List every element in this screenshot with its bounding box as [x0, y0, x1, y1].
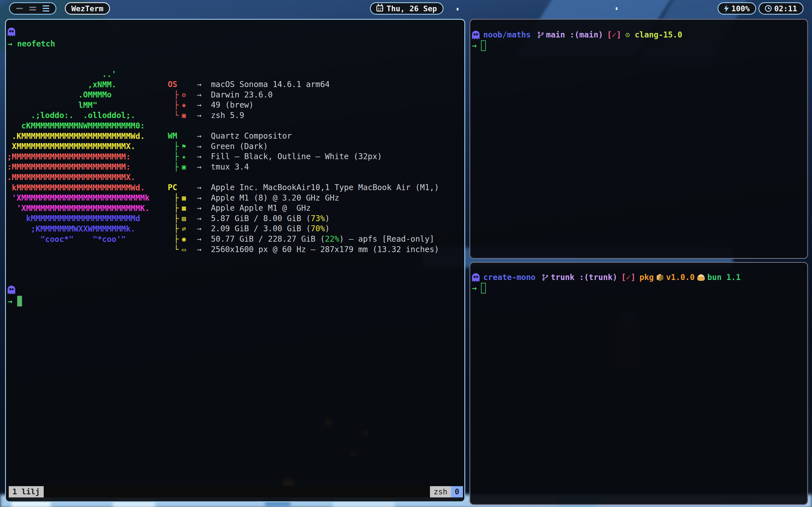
- package-version-label: v1.0.0: [666, 272, 695, 283]
- git-status-check: ✓: [626, 272, 631, 283]
- compiler-version-label: clang-15.0: [630, 30, 682, 40]
- info-value: Darwin 23.6.0: [211, 90, 273, 100]
- window-controls-pill[interactable]: [9, 2, 56, 15]
- git-status-check: ✓: [612, 30, 617, 40]
- terminal-window-left[interactable]: → neofetch ..' ,xNMM. .OMMMMo lMM" .;lod…: [5, 19, 465, 502]
- info-row: └▭→2560x1600 px @ 60 Hz – 287x179 mm (13…: [168, 244, 461, 255]
- logo-line: 'XMMMMMMMMMMMMMMMMMMMMMMMMK.: [7, 203, 150, 214]
- package-icon: [657, 274, 663, 281]
- tree-branch-glyph: ├: [174, 90, 179, 100]
- tree-branch-glyph: ├: [174, 162, 179, 172]
- separator-arrow-icon: →: [197, 100, 202, 110]
- battery-pill[interactable]: 100%: [718, 2, 756, 15]
- logo-line: .OMMMMo: [7, 90, 150, 100]
- logo-line: .KMMMMMMMMMMMMMMMMMMMMMMMWd.: [7, 131, 150, 142]
- info-row: └▣→zsh 5.9: [168, 110, 461, 121]
- app-badge[interactable]: WezTerm: [65, 2, 110, 15]
- git-status-bracket: [: [621, 272, 626, 283]
- starship-prompt-line: create-mono trunk :(trunk) [ ✓ ] pkg v1.…: [472, 272, 741, 283]
- info-row: ├◈→49 (brew): [168, 100, 461, 110]
- tree-branch-glyph: ├: [174, 234, 179, 244]
- info-value: Apple M1 (8) @ 3.20 GHz GHz: [211, 193, 339, 203]
- git-branch-icon: [542, 274, 549, 281]
- shell-prompt-line: →: [472, 283, 477, 293]
- prompt-arrow: →: [8, 39, 12, 48]
- git-branch-icon: [537, 31, 545, 39]
- logo-line: "cooc*" "*coo'": [7, 234, 150, 245]
- tree-branch-glyph: ├: [174, 152, 179, 162]
- info-value: 49 (brew): [211, 100, 254, 110]
- info-section-label: WM: [168, 131, 177, 142]
- info-value: 50.77 GiB / 228.27 GiB (22%) – apfs [Rea…: [211, 234, 434, 244]
- directory-label: noob/maths: [483, 30, 531, 40]
- info-section-label: OS: [168, 79, 177, 90]
- ghost-prompt-icon: [8, 27, 15, 36]
- logo-line: :MMMMMMMMMMMMMMMMMMMMMMMM:: [7, 162, 150, 172]
- terminal-icon: ▣: [182, 110, 186, 121]
- git-status-bracket: ]: [617, 30, 621, 40]
- info-value: Quartz Compositor: [211, 131, 292, 142]
- neofetch-apple-logo: ..' ,xNMM. .OMMMMo lMM" .;loddo:. .ollod…: [7, 69, 150, 244]
- logo-line: kMMMMMMMMMMMMMMMMMMMMMMd: [7, 214, 150, 224]
- logo-line: ;MMMMMMMMMMMMMMMMMMMMMMMM:: [7, 152, 150, 162]
- separator-arrow-icon: →: [197, 79, 202, 90]
- separator-arrow-icon: →: [197, 182, 202, 193]
- terminal-icon: ▣: [182, 162, 186, 172]
- battery-label: 100%: [731, 4, 750, 13]
- date-pill[interactable]: Thu, 26 Sep: [370, 2, 444, 15]
- separator-arrow-icon: →: [197, 110, 202, 121]
- ghost-prompt-icon: [472, 273, 479, 282]
- info-value: Apple Inc. MacBookAir10,1 Type MacBook A…: [211, 182, 439, 193]
- workspace-three-icon[interactable]: [43, 5, 49, 11]
- separator-arrow-icon: →: [197, 244, 202, 255]
- logo-line: XMMMMMMMMMMMMMMMMMMMMMMMX.: [7, 142, 150, 152]
- app-badge-label: WezTerm: [71, 4, 103, 13]
- terminal-cursor: [481, 283, 486, 293]
- workspace-two-icon[interactable]: [29, 7, 36, 10]
- tree-branch-glyph: └: [174, 244, 179, 255]
- wallpaper-spark: [616, 7, 617, 10]
- info-value: Fill – Black, Outline – White (32px): [211, 152, 382, 162]
- clock-pill[interactable]: 02:11: [758, 2, 804, 15]
- info-row: ├★→Fill – Black, Outline – White (32px): [168, 152, 461, 162]
- logo-line: .MMMMMMMMMMMMMMMMMMMMMMMMX.: [7, 172, 150, 183]
- tmux-window-tab[interactable]: 1 lilj: [9, 486, 44, 498]
- battery-bolt-icon: [724, 5, 729, 12]
- info-row: ├▩→Apple Apple M1 @ GHz: [168, 203, 461, 214]
- info-row: ├⚙→Darwin 23.6.0: [168, 90, 461, 100]
- info-section-label: PC: [168, 182, 177, 193]
- info-row: ├⚑→Green (Dark): [168, 142, 461, 152]
- logo-line: ;KMMMMMMMWXXWMMMMMMMk.: [7, 224, 150, 234]
- tmux-status-bar: 1 lilj zsh 0: [6, 486, 464, 497]
- workspace-one-icon[interactable]: [16, 8, 23, 9]
- git-status-bracket: ]: [631, 272, 636, 283]
- git-status-bracket: [: [607, 30, 612, 40]
- terminal-window-bottom-right[interactable]: create-mono trunk :(trunk) [ ✓ ] pkg v1.…: [469, 262, 808, 505]
- logo-line: kMMMMMMMMMMMMMMMMMMMMMMMMWd.: [7, 183, 150, 193]
- info-value: 2.09 GiB / 3.00 GiB (70%): [211, 224, 329, 234]
- shell-prompt-line: →: [8, 296, 12, 307]
- info-value: 5.87 GiB / 8.00 GiB (73%): [211, 214, 329, 224]
- shell-prompt-line: →: [472, 41, 477, 51]
- directory-label: create-mono: [483, 272, 536, 283]
- separator-arrow-icon: →: [197, 234, 202, 244]
- tree-branch-glyph: ├: [174, 100, 179, 110]
- cpu-icon: ▦: [182, 193, 186, 203]
- star-icon: ★: [182, 152, 186, 162]
- memory-icon: ▤: [182, 214, 186, 224]
- logo-line: ..': [7, 69, 150, 80]
- package-module-label: pkg: [640, 272, 654, 283]
- clock-icon: [765, 5, 772, 12]
- swap-icon: ⇄: [182, 224, 186, 234]
- logo-line: 'XMMMMMMMMMMMMMMMMMMMMMMMMMMk: [7, 193, 150, 203]
- logo-line: .;loddo:. .olloddol;.: [7, 110, 150, 121]
- terminal-window-top-right[interactable]: noob/maths main :(main) [ ✓ ] ⊙ clang-15…: [469, 19, 808, 259]
- info-row: ├▤→5.87 GiB / 8.00 GiB (73%): [168, 214, 461, 224]
- tree-branch-glyph: ├: [174, 193, 179, 203]
- flag-icon: ⚑: [182, 142, 186, 152]
- separator-arrow-icon: →: [197, 193, 202, 203]
- info-row: ├⇄→2.09 GiB / 3.00 GiB (70%): [168, 224, 461, 234]
- logo-line: cKMMMMMMMMMMNWMMMMMMMMMM0:: [7, 121, 150, 131]
- starship-prompt-line: noob/maths main :(main) [ ✓ ] ⊙ clang-15…: [472, 30, 682, 40]
- wallpaper-spark: [457, 8, 458, 10]
